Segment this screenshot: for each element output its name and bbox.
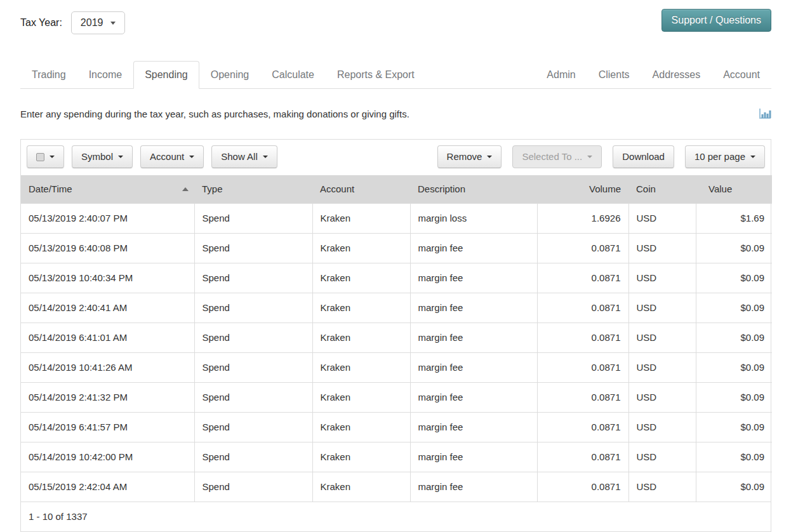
cell-type: Spend [194,263,312,293]
support-questions-button[interactable]: Support / Questions [661,9,771,32]
cell-datetime: 05/14/2019 10:42:00 PM [21,442,194,472]
cell-value: $0.09 [696,472,772,502]
cell-description: margin loss [410,204,537,234]
intro-row: Enter any spending during the tax year, … [20,108,771,119]
sort-asc-icon [182,187,189,191]
cell-value: $0.09 [696,353,772,383]
cell-volume: 0.0871 [537,413,628,442]
table-row[interactable]: 05/15/2019 2:42:04 AM Spend Kraken margi… [21,472,772,502]
column-header-datetime[interactable]: Date/Time [21,175,194,204]
table-row[interactable]: 05/13/2019 10:40:34 PM Spend Kraken marg… [21,263,772,293]
bar-chart-icon[interactable] [759,108,771,119]
cell-volume: 1.6926 [537,204,628,234]
cell-account: Kraken [312,383,410,413]
tab-admin[interactable]: Admin [535,61,587,89]
cell-datetime: 05/14/2019 2:40:41 AM [21,293,194,323]
top-bar: Tax Year: 2019 Support / Questions [20,0,771,32]
select-all-dropdown-button[interactable] [27,145,64,168]
cell-volume: 0.0871 [537,234,628,263]
cell-type: Spend [194,442,312,472]
cell-volume: 0.0871 [537,353,628,383]
caret-down-icon [189,156,194,158]
caret-down-icon [487,156,492,158]
table-row[interactable]: 05/14/2019 10:41:26 AM Spend Kraken marg… [21,353,772,383]
toolbar-right-group: Remove Selected To ... Download 10 per p… [437,145,765,168]
cell-value: $0.09 [696,263,772,293]
cell-value: $0.09 [696,383,772,413]
per-page-dropdown-button[interactable]: 10 per page [685,145,765,168]
column-header-account[interactable]: Account [312,175,410,204]
cell-value: $0.09 [696,442,772,472]
cell-coin: USD [628,204,696,234]
table-body: 05/13/2019 2:40:07 PM Spend Kraken margi… [21,204,772,502]
cell-account: Kraken [312,204,410,234]
tab-addresses[interactable]: Addresses [641,61,712,89]
tab-calculate[interactable]: Calculate [260,61,326,89]
cell-description: margin fee [410,263,537,293]
tab-trading[interactable]: Trading [20,61,77,89]
tab-bar: TradingIncomeSpendingOpeningCalculateRep… [20,61,771,89]
cell-account: Kraken [312,323,410,353]
cell-volume: 0.0871 [537,383,628,413]
caret-down-icon [587,156,592,158]
cell-value: $0.09 [696,323,772,353]
tax-year-label: Tax Year: [20,17,62,29]
cell-datetime: 05/14/2019 6:41:01 AM [21,323,194,353]
cell-coin: USD [628,413,696,442]
column-header-value[interactable]: Value [696,175,772,204]
column-header-description[interactable]: Description [410,175,537,204]
table-row[interactable]: 05/14/2019 2:41:32 PM Spend Kraken margi… [21,383,772,413]
cell-coin: USD [628,323,696,353]
cell-datetime: 05/15/2019 2:42:04 AM [21,472,194,502]
remove-dropdown-button[interactable]: Remove [437,145,502,168]
cell-datetime: 05/14/2019 2:41:32 PM [21,383,194,413]
cell-datetime: 05/13/2019 6:40:08 PM [21,234,194,263]
cell-description: margin fee [410,293,537,323]
spending-table: Date/Time Type Account Description Volum… [21,175,772,502]
caret-down-icon [50,156,55,158]
column-header-coin[interactable]: Coin [628,175,696,204]
cell-type: Spend [194,323,312,353]
cell-value: $0.09 [696,293,772,323]
column-header-type[interactable]: Type [194,175,312,204]
cell-type: Spend [194,383,312,413]
page: Tax Year: 2019 Support / Questions Tradi… [0,0,791,532]
cell-account: Kraken [312,413,410,442]
cell-volume: 0.0871 [537,323,628,353]
tab-clients[interactable]: Clients [587,61,641,89]
column-header-volume[interactable]: Volume [537,175,628,204]
tab-reports-export[interactable]: Reports & Export [326,61,426,89]
tab-income[interactable]: Income [77,61,133,89]
cell-coin: USD [628,442,696,472]
cell-description: margin fee [410,383,537,413]
tab-opening[interactable]: Opening [199,61,261,89]
download-button[interactable]: Download [613,145,674,168]
toolbar: Symbol Account Show All Remove [21,140,771,175]
table-row[interactable]: 05/14/2019 6:41:57 PM Spend Kraken margi… [21,413,772,442]
show-all-filter-button[interactable]: Show All [211,145,277,168]
table-row[interactable]: 05/13/2019 6:40:08 PM Spend Kraken margi… [21,234,772,263]
cell-type: Spend [194,204,312,234]
selected-to-dropdown-button[interactable]: Selected To ... [512,145,602,168]
tab-account[interactable]: Account [712,61,771,89]
cell-account: Kraken [312,293,410,323]
table-row[interactable]: 05/13/2019 2:40:07 PM Spend Kraken margi… [21,204,772,234]
account-filter-button[interactable]: Account [140,145,204,168]
tax-year-select[interactable]: 2019 [71,11,126,34]
cell-account: Kraken [312,234,410,263]
cell-account: Kraken [312,442,410,472]
table-row[interactable]: 05/14/2019 2:40:41 AM Spend Kraken margi… [21,293,772,323]
symbol-filter-button[interactable]: Symbol [72,145,133,168]
pagination-summary: 1 - 10 of 1337 [21,502,771,532]
cell-type: Spend [194,234,312,263]
cell-description: margin fee [410,323,537,353]
tax-year-control: Tax Year: 2019 [20,11,125,34]
table-row[interactable]: 05/14/2019 6:41:01 AM Spend Kraken margi… [21,323,772,353]
cell-coin: USD [628,472,696,502]
cell-description: margin fee [410,234,537,263]
checkbox-icon [36,153,44,161]
tab-spending[interactable]: Spending [133,61,199,89]
cell-type: Spend [194,293,312,323]
cell-description: margin fee [410,353,537,383]
table-row[interactable]: 05/14/2019 10:42:00 PM Spend Kraken marg… [21,442,772,472]
